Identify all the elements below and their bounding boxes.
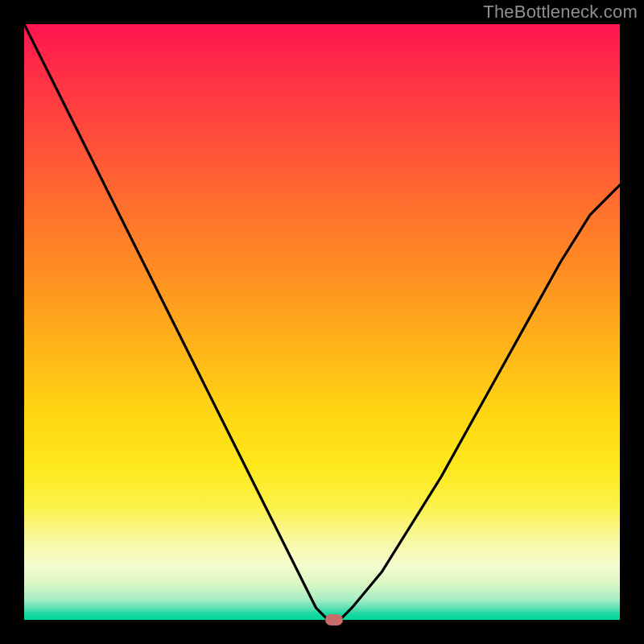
watermark-label: TheBottleneck.com: [483, 2, 638, 23]
bottleneck-curve: [24, 24, 620, 620]
chart-frame: TheBottleneck.com: [0, 0, 644, 644]
optimal-point-marker: [325, 614, 343, 625]
